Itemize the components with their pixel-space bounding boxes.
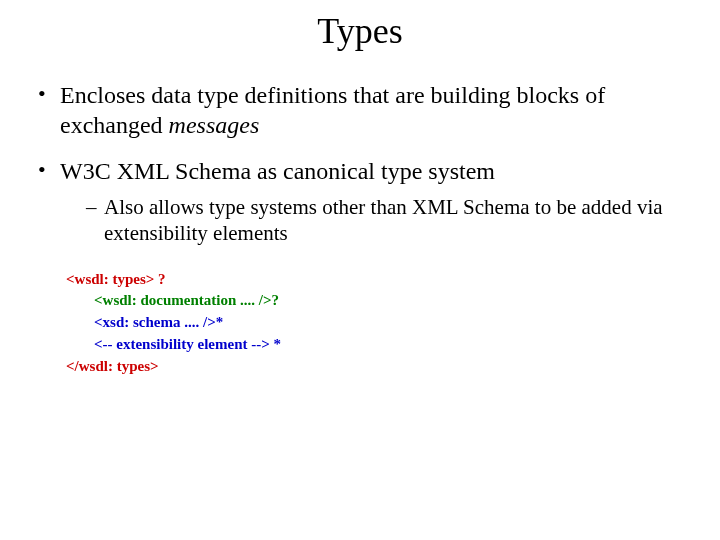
code-block: <wsdl: types> ? <wsdl: documentation ...… xyxy=(66,269,700,378)
bullet-italic: messages xyxy=(169,112,260,138)
code-line: <wsdl: documentation .... />? xyxy=(66,290,700,312)
code-line: <xsd: schema .... />* xyxy=(66,312,700,334)
code-line: </wsdl: types> xyxy=(66,356,700,378)
bullet-text: Encloses data type definitions that are … xyxy=(60,82,605,138)
bullet-text: W3C XML Schema as canonical type system xyxy=(60,158,495,184)
code-line: <wsdl: types> ? xyxy=(66,269,700,291)
sub-bullet-text: Also allows type systems other than XML … xyxy=(104,195,663,245)
bullet-item: Encloses data type definitions that are … xyxy=(38,80,700,140)
sub-bullet-item: Also allows type systems other than XML … xyxy=(86,194,700,247)
slide-title: Types xyxy=(20,10,700,52)
code-line: <-- extensibility element --> * xyxy=(66,334,700,356)
sub-bullet-list: Also allows type systems other than XML … xyxy=(60,194,700,247)
bullet-list: Encloses data type definitions that are … xyxy=(20,80,700,247)
bullet-item: W3C XML Schema as canonical type system … xyxy=(38,156,700,247)
